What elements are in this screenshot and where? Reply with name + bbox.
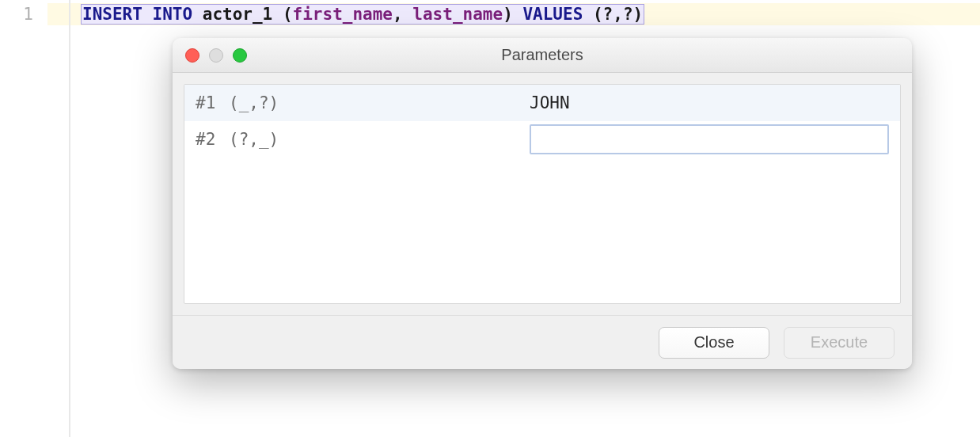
window-close-icon[interactable]: [185, 48, 199, 63]
traffic-lights: [173, 48, 247, 63]
table-row[interactable]: #2 (?,_): [184, 121, 900, 158]
comma: ,: [393, 5, 403, 24]
dialog-body: #1 (_,?) JOHN #2 (?,_): [173, 73, 912, 315]
column-last-name: last_name: [412, 5, 503, 24]
param-index: #2: [184, 130, 229, 149]
execute-button[interactable]: Execute: [784, 327, 895, 359]
param-index: #1: [184, 93, 229, 112]
parameters-dialog: Parameters #1 (_,?) JOHN #2 (?,_) Close …: [173, 38, 912, 369]
param-value-cell: [530, 124, 900, 154]
sql-line: INSERT INTO actor_1 (first_name, last_na…: [81, 3, 980, 25]
lparen2: (: [593, 5, 603, 24]
lparen: (: [283, 5, 293, 24]
keyword-values: VALUES: [522, 5, 583, 24]
comma2: ,: [613, 5, 623, 24]
param-value-input[interactable]: [530, 124, 889, 154]
param-signature: (?,_): [229, 130, 530, 149]
table-name: actor_1: [203, 5, 273, 24]
dialog-title: Parameters: [173, 46, 912, 64]
dialog-titlebar[interactable]: Parameters: [173, 38, 912, 73]
window-maximize-icon[interactable]: [233, 48, 247, 63]
gutter: 1: [0, 0, 47, 437]
table-row[interactable]: #1 (_,?) JOHN: [184, 85, 900, 121]
parameters-table: #1 (_,?) JOHN #2 (?,_): [184, 84, 901, 304]
keyword-insert: INSERT: [82, 5, 142, 24]
close-button[interactable]: Close: [659, 327, 769, 359]
param2: ?: [623, 5, 633, 24]
keyword-into: INTO: [153, 5, 193, 24]
column-first-name: first_name: [293, 5, 393, 24]
dialog-footer: Close Execute: [173, 315, 912, 369]
param-value: JOHN: [530, 93, 900, 112]
window-minimize-icon[interactable]: [209, 48, 223, 63]
rparen: ): [503, 5, 513, 24]
line-number: 1: [0, 3, 47, 25]
rparen2: ): [633, 5, 644, 24]
param1: ?: [603, 5, 613, 24]
param-signature: (_,?): [229, 93, 530, 112]
